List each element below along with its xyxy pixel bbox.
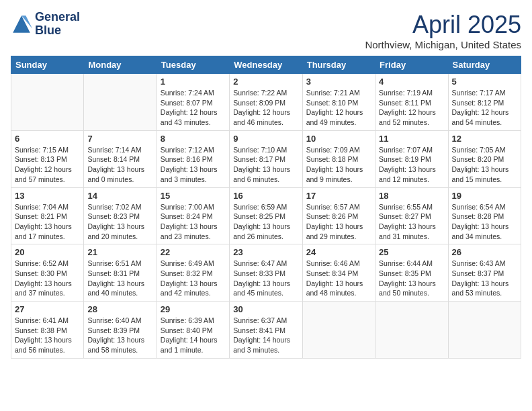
day-number: 25 — [379, 247, 444, 257]
calendar-cell: 5Sunrise: 7:17 AM Sunset: 8:12 PM Daylig… — [448, 74, 521, 131]
day-number: 15 — [161, 191, 226, 201]
day-number: 23 — [233, 247, 298, 257]
calendar-cell: 27Sunrise: 6:41 AM Sunset: 8:38 PM Dayli… — [11, 302, 84, 359]
day-number: 30 — [233, 304, 298, 314]
calendar-cell: 2Sunrise: 7:22 AM Sunset: 8:09 PM Daylig… — [230, 74, 302, 131]
day-number: 13 — [15, 191, 80, 201]
logo: General Blue — [11, 11, 80, 38]
day-number: 1 — [161, 77, 226, 87]
day-info: Sunrise: 7:21 AM Sunset: 8:10 PM Dayligh… — [306, 88, 371, 128]
calendar-cell: 17Sunrise: 6:57 AM Sunset: 8:26 PM Dayli… — [302, 187, 375, 244]
day-number: 8 — [161, 134, 226, 144]
day-info: Sunrise: 6:41 AM Sunset: 8:38 PM Dayligh… — [15, 316, 80, 355]
title-block: April 2025 Northview, Michigan, United S… — [365, 11, 521, 50]
calendar-cell — [84, 74, 157, 131]
calendar-cell: 13Sunrise: 7:04 AM Sunset: 8:21 PM Dayli… — [11, 187, 84, 244]
day-info: Sunrise: 7:12 AM Sunset: 8:16 PM Dayligh… — [161, 145, 226, 185]
calendar-cell: 19Sunrise: 6:54 AM Sunset: 8:28 PM Dayli… — [448, 187, 521, 244]
calendar-cell: 26Sunrise: 6:43 AM Sunset: 8:37 PM Dayli… — [448, 244, 521, 302]
weekday-header: Wednesday — [230, 56, 302, 74]
calendar-cell: 9Sunrise: 7:10 AM Sunset: 8:17 PM Daylig… — [230, 130, 302, 187]
day-info: Sunrise: 6:57 AM Sunset: 8:26 PM Dayligh… — [306, 202, 371, 242]
day-number: 16 — [233, 191, 298, 201]
day-info: Sunrise: 7:04 AM Sunset: 8:21 PM Dayligh… — [15, 202, 80, 242]
day-info: Sunrise: 7:14 AM Sunset: 8:14 PM Dayligh… — [87, 145, 152, 185]
day-number: 24 — [306, 247, 371, 257]
calendar-cell: 11Sunrise: 7:07 AM Sunset: 8:19 PM Dayli… — [375, 130, 448, 187]
day-number: 14 — [87, 191, 152, 201]
day-number: 10 — [306, 134, 371, 144]
calendar-cell: 23Sunrise: 6:47 AM Sunset: 8:33 PM Dayli… — [230, 244, 302, 302]
day-number: 27 — [15, 304, 80, 314]
calendar-cell: 4Sunrise: 7:19 AM Sunset: 8:11 PM Daylig… — [375, 74, 448, 131]
day-info: Sunrise: 6:39 AM Sunset: 8:40 PM Dayligh… — [161, 316, 226, 355]
day-number: 28 — [87, 304, 152, 314]
month-title: April 2025 — [365, 11, 521, 39]
calendar-cell — [375, 302, 448, 359]
day-info: Sunrise: 6:40 AM Sunset: 8:39 PM Dayligh… — [87, 316, 152, 355]
day-info: Sunrise: 7:09 AM Sunset: 8:18 PM Dayligh… — [306, 145, 371, 185]
day-number: 20 — [15, 247, 80, 257]
day-number: 22 — [161, 247, 226, 257]
day-info: Sunrise: 7:05 AM Sunset: 8:20 PM Dayligh… — [452, 145, 517, 185]
weekday-header: Saturday — [448, 56, 521, 74]
calendar-cell: 14Sunrise: 7:02 AM Sunset: 8:23 PM Dayli… — [84, 187, 157, 244]
day-info: Sunrise: 7:02 AM Sunset: 8:23 PM Dayligh… — [87, 202, 152, 242]
calendar-cell: 21Sunrise: 6:51 AM Sunset: 8:31 PM Dayli… — [84, 244, 157, 302]
logo-icon — [11, 13, 32, 35]
day-info: Sunrise: 6:59 AM Sunset: 8:25 PM Dayligh… — [233, 202, 298, 242]
day-info: Sunrise: 6:55 AM Sunset: 8:27 PM Dayligh… — [379, 202, 444, 242]
day-info: Sunrise: 7:10 AM Sunset: 8:17 PM Dayligh… — [233, 145, 298, 185]
svg-marker-0 — [13, 15, 30, 33]
day-info: Sunrise: 6:52 AM Sunset: 8:30 PM Dayligh… — [15, 259, 80, 298]
calendar-cell: 6Sunrise: 7:15 AM Sunset: 8:13 PM Daylig… — [11, 130, 84, 187]
day-info: Sunrise: 6:46 AM Sunset: 8:34 PM Dayligh… — [306, 259, 371, 298]
weekday-header: Friday — [375, 56, 448, 74]
calendar-cell: 18Sunrise: 6:55 AM Sunset: 8:27 PM Dayli… — [375, 187, 448, 244]
day-info: Sunrise: 6:54 AM Sunset: 8:28 PM Dayligh… — [452, 202, 517, 242]
weekday-header: Tuesday — [157, 56, 229, 74]
day-number: 11 — [379, 134, 444, 144]
calendar-cell: 28Sunrise: 6:40 AM Sunset: 8:39 PM Dayli… — [84, 302, 157, 359]
calendar-week-row: 1Sunrise: 7:24 AM Sunset: 8:07 PM Daylig… — [11, 74, 521, 131]
calendar-cell: 16Sunrise: 6:59 AM Sunset: 8:25 PM Dayli… — [230, 187, 302, 244]
day-number: 7 — [87, 134, 152, 144]
calendar-cell — [302, 302, 375, 359]
location: Northview, Michigan, United States — [365, 39, 521, 50]
calendar-cell: 20Sunrise: 6:52 AM Sunset: 8:30 PM Dayli… — [11, 244, 84, 302]
day-info: Sunrise: 6:43 AM Sunset: 8:37 PM Dayligh… — [452, 259, 517, 298]
day-number: 9 — [233, 134, 298, 144]
calendar-week-row: 20Sunrise: 6:52 AM Sunset: 8:30 PM Dayli… — [11, 244, 521, 302]
calendar-cell: 29Sunrise: 6:39 AM Sunset: 8:40 PM Dayli… — [157, 302, 229, 359]
weekday-header-row: SundayMondayTuesdayWednesdayThursdayFrid… — [11, 56, 521, 74]
day-number: 2 — [233, 77, 298, 87]
calendar-cell: 3Sunrise: 7:21 AM Sunset: 8:10 PM Daylig… — [302, 74, 375, 131]
calendar-cell: 22Sunrise: 6:49 AM Sunset: 8:32 PM Dayli… — [157, 244, 229, 302]
calendar-cell: 25Sunrise: 6:44 AM Sunset: 8:35 PM Dayli… — [375, 244, 448, 302]
calendar-cell: 12Sunrise: 7:05 AM Sunset: 8:20 PM Dayli… — [448, 130, 521, 187]
calendar-cell: 24Sunrise: 6:46 AM Sunset: 8:34 PM Dayli… — [302, 244, 375, 302]
day-number: 17 — [306, 191, 371, 201]
calendar-cell — [448, 302, 521, 359]
calendar-cell: 1Sunrise: 7:24 AM Sunset: 8:07 PM Daylig… — [157, 74, 229, 131]
day-info: Sunrise: 6:44 AM Sunset: 8:35 PM Dayligh… — [379, 259, 444, 298]
day-number: 18 — [379, 191, 444, 201]
day-number: 3 — [306, 77, 371, 87]
day-number: 26 — [452, 247, 517, 257]
day-info: Sunrise: 7:15 AM Sunset: 8:13 PM Dayligh… — [15, 145, 80, 185]
calendar-week-row: 6Sunrise: 7:15 AM Sunset: 8:13 PM Daylig… — [11, 130, 521, 187]
day-number: 29 — [161, 304, 226, 314]
day-number: 19 — [452, 191, 517, 201]
day-info: Sunrise: 6:51 AM Sunset: 8:31 PM Dayligh… — [87, 259, 152, 298]
day-info: Sunrise: 7:00 AM Sunset: 8:24 PM Dayligh… — [161, 202, 226, 242]
day-info: Sunrise: 6:49 AM Sunset: 8:32 PM Dayligh… — [161, 259, 226, 298]
day-number: 5 — [452, 77, 517, 87]
weekday-header: Thursday — [302, 56, 375, 74]
calendar-week-row: 13Sunrise: 7:04 AM Sunset: 8:21 PM Dayli… — [11, 187, 521, 244]
page-header: General Blue April 2025 Northview, Michi… — [11, 11, 521, 50]
day-number: 21 — [87, 247, 152, 257]
logo-line2: Blue — [35, 24, 80, 38]
calendar-cell: 30Sunrise: 6:37 AM Sunset: 8:41 PM Dayli… — [230, 302, 302, 359]
weekday-header: Sunday — [11, 56, 84, 74]
day-info: Sunrise: 7:17 AM Sunset: 8:12 PM Dayligh… — [452, 88, 517, 128]
